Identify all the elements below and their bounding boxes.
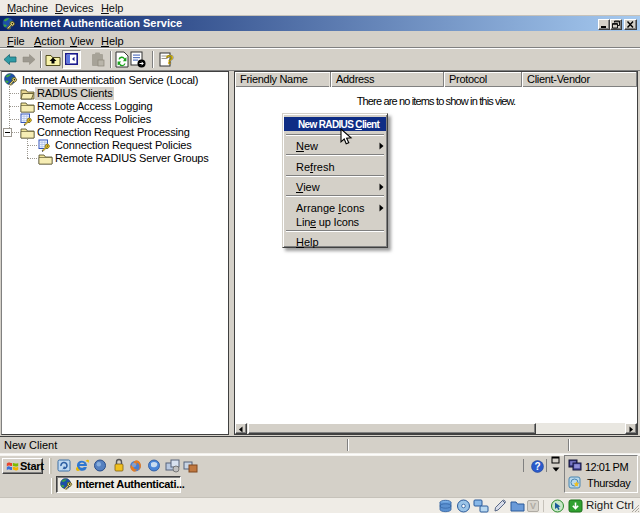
svg-text:?: ? (166, 52, 174, 67)
svg-text:?: ? (534, 461, 540, 472)
